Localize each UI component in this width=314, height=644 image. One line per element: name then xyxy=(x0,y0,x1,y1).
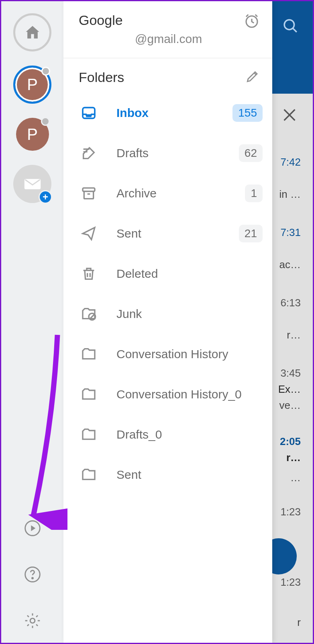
folder-item-conversation-history-0[interactable]: Conversation History_0 xyxy=(63,374,272,414)
folders-section-header: Folders xyxy=(63,58,272,93)
account-avatar-2[interactable]: P xyxy=(16,118,49,151)
bg-time: 7:42 xyxy=(280,156,301,168)
folder-count: 62 xyxy=(239,144,263,162)
folder-item-sent[interactable]: Sent21 xyxy=(63,213,272,254)
avatar-letter: P xyxy=(27,125,38,144)
svg-rect-11 xyxy=(83,188,95,191)
folder-label: Conversation History_0 xyxy=(99,388,263,401)
archive-icon xyxy=(79,185,99,201)
folder-item-archive[interactable]: Archive1 xyxy=(63,173,272,213)
deleted-icon xyxy=(79,266,99,282)
folder-icon xyxy=(79,346,99,362)
bg-snip: Ex… xyxy=(278,383,301,396)
folder-item-conversation-history[interactable]: Conversation History xyxy=(63,334,272,374)
folder-icon xyxy=(79,467,99,483)
folder-item-sent[interactable]: Sent xyxy=(63,455,272,495)
drafts-icon xyxy=(79,145,99,161)
folder-label: Sent xyxy=(99,468,263,482)
close-icon[interactable] xyxy=(280,106,299,126)
edit-folders-icon[interactable] xyxy=(245,69,260,86)
folder-item-drafts[interactable]: Drafts62 xyxy=(63,133,272,173)
folder-label: Drafts xyxy=(99,146,239,160)
folder-count: 1 xyxy=(245,185,263,202)
settings-button[interactable] xyxy=(22,611,43,631)
status-dot xyxy=(41,67,50,76)
plus-icon: + xyxy=(39,190,52,204)
inbox-icon xyxy=(79,105,99,121)
home-button[interactable] xyxy=(13,13,51,51)
bg-snip: r xyxy=(297,616,301,629)
svg-point-0 xyxy=(284,20,294,30)
folder-item-deleted[interactable]: Deleted xyxy=(63,254,272,294)
bg-time: 2:05 xyxy=(280,435,301,448)
folder-icon xyxy=(79,427,99,443)
folder-drawer: Google @gmail.com Folders Inbox155Drafts… xyxy=(63,1,272,643)
bg-snip: in … xyxy=(279,188,301,201)
bg-snip: ve… xyxy=(279,399,301,412)
folder-count: 21 xyxy=(239,225,263,242)
search-icon[interactable] xyxy=(282,17,299,36)
folder-label: Drafts_0 xyxy=(99,428,263,441)
folder-count: 155 xyxy=(232,104,263,122)
drawer-header: Google @gmail.com xyxy=(63,1,272,58)
snooze-icon[interactable] xyxy=(243,12,260,31)
add-account-button[interactable]: + xyxy=(13,165,51,203)
folder-label: Junk xyxy=(99,307,263,321)
play-button[interactable] xyxy=(22,518,43,538)
bg-time: 1:23 xyxy=(280,506,301,518)
svg-line-1 xyxy=(293,29,297,32)
bg-time: 6:13 xyxy=(280,297,301,309)
svg-point-7 xyxy=(32,578,33,579)
svg-point-8 xyxy=(30,618,35,623)
folder-icon xyxy=(79,386,99,402)
bg-time: 3:45 xyxy=(280,367,301,379)
bg-snip: … xyxy=(290,472,301,484)
bg-snip: r… xyxy=(286,451,301,464)
avatar-letter: P xyxy=(27,76,38,94)
help-button[interactable] xyxy=(22,564,43,585)
sent-icon xyxy=(79,226,99,242)
account-avatar-1[interactable]: P xyxy=(13,66,51,104)
account-email: @gmail.com xyxy=(79,32,243,46)
folder-label: Deleted xyxy=(99,267,263,281)
status-dot xyxy=(41,117,50,126)
folders-label: Folders xyxy=(79,70,245,85)
folder-item-junk[interactable]: Junk xyxy=(63,294,272,334)
folder-label: Archive xyxy=(99,187,245,200)
folder-item-inbox[interactable]: Inbox155 xyxy=(63,93,272,133)
folder-label: Inbox xyxy=(99,106,232,120)
folder-label: Sent xyxy=(99,227,239,240)
bg-snip: r… xyxy=(287,329,301,341)
account-name: Google xyxy=(79,12,243,28)
account-rail: P P + xyxy=(1,1,63,643)
bg-snip: ac… xyxy=(279,258,301,271)
folder-label: Conversation History xyxy=(99,347,263,361)
folder-item-drafts-0[interactable]: Drafts_0 xyxy=(63,414,272,455)
junk-icon xyxy=(79,306,99,322)
bg-time: 1:23 xyxy=(280,576,301,589)
bg-time: 7:31 xyxy=(280,226,301,239)
folder-list: Inbox155Drafts62Archive1Sent21DeletedJun… xyxy=(63,93,272,495)
